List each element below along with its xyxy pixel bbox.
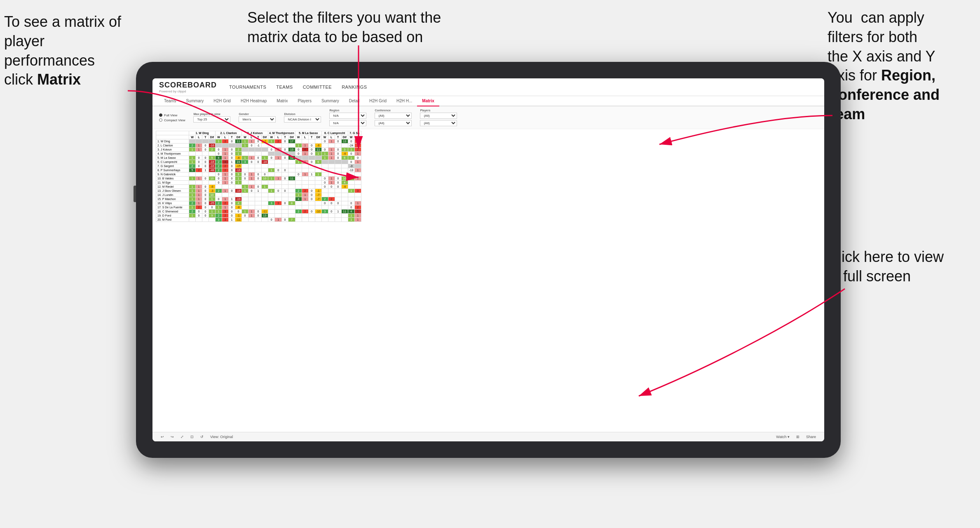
matrix-cell: 1 bbox=[222, 189, 229, 193]
region-select[interactable]: N/A bbox=[329, 113, 366, 119]
matrix-cell: -16 bbox=[209, 160, 216, 164]
matrix-cell bbox=[268, 214, 275, 218]
matrix-cell: 2 bbox=[216, 164, 222, 168]
matrix-cell bbox=[268, 210, 275, 214]
sh-4-l: L bbox=[275, 135, 281, 139]
conference-select2[interactable]: (All) bbox=[375, 120, 412, 126]
matrix-cell: 2 bbox=[302, 210, 308, 214]
max-players-select[interactable]: Top 25 bbox=[193, 116, 230, 123]
matrix-cell: 0 bbox=[202, 205, 209, 210]
full-view-option[interactable]: Full View bbox=[159, 113, 185, 117]
sub-nav-matrix-active[interactable]: Matrix bbox=[417, 96, 439, 106]
matrix-cell bbox=[242, 168, 249, 172]
matrix-cell: 13 bbox=[341, 139, 348, 144]
matrix-cell bbox=[281, 197, 288, 201]
matrix-cell: 0 bbox=[229, 201, 235, 205]
matrix-cell bbox=[295, 164, 302, 168]
view-original[interactable]: View: Original bbox=[209, 434, 234, 440]
players-select2[interactable]: (All) bbox=[420, 120, 457, 126]
toolbar-btn-5[interactable]: ↺ bbox=[199, 434, 205, 440]
matrix-cell bbox=[209, 181, 216, 185]
sub-nav-summary[interactable]: Summary bbox=[181, 96, 209, 106]
matrix-cell bbox=[302, 185, 308, 189]
matrix-cell: 1 bbox=[196, 177, 202, 181]
matrix-cell: 0 bbox=[242, 172, 249, 177]
sh-3-d: Dif bbox=[262, 135, 268, 139]
matrix-cell bbox=[268, 185, 275, 189]
matrix-cell bbox=[354, 164, 361, 168]
matrix-cell: 1 bbox=[268, 139, 275, 144]
matrix-cell: 1 bbox=[189, 156, 196, 160]
watch-label: Watch ▾ bbox=[776, 435, 790, 439]
app-logo-sub: Powered by clippd bbox=[159, 90, 217, 93]
gender-select[interactable]: Men's bbox=[239, 116, 276, 123]
sub-nav-matrix[interactable]: Matrix bbox=[272, 96, 293, 106]
matrix-cell bbox=[341, 218, 348, 222]
matrix-cell: 1 bbox=[189, 189, 196, 193]
matrix-cell: 0 bbox=[308, 148, 315, 152]
region-select2[interactable]: N/A bbox=[329, 120, 366, 126]
toolbar-btn-3[interactable]: ⤢ bbox=[179, 434, 185, 440]
matrix-cell: 2 bbox=[189, 201, 196, 205]
matrix-cell: 0 bbox=[229, 156, 235, 160]
layout-button[interactable]: ⊞ bbox=[795, 434, 801, 440]
sub-nav-h2h-heatmap[interactable]: H2H Heatmap bbox=[236, 96, 272, 106]
nav-committee[interactable]: COMMITTEE bbox=[303, 85, 332, 90]
matrix-cell bbox=[341, 214, 348, 218]
sub-nav-detail[interactable]: Detail bbox=[344, 96, 365, 106]
matrix-area[interactable]: 1. W Ding 2. L Clanton 3. J Koivun 4. M … bbox=[152, 129, 824, 432]
matrix-cell: 0 bbox=[335, 185, 341, 189]
matrix-cell bbox=[341, 193, 348, 197]
conference-select[interactable]: (All) bbox=[375, 113, 412, 119]
players-select[interactable]: (All) bbox=[420, 113, 457, 119]
nav-rankings[interactable]: RANKINGS bbox=[342, 85, 367, 90]
division-select[interactable]: NCAA Division I bbox=[284, 116, 321, 123]
max-players-label: Max players in view bbox=[193, 113, 230, 116]
sub-nav-players[interactable]: Players bbox=[293, 96, 317, 106]
sh-3-t: T bbox=[255, 135, 262, 139]
view-options: Full View Compact View bbox=[159, 113, 185, 122]
sub-nav-h2h-grid2[interactable]: H2H Grid bbox=[364, 96, 392, 106]
sub-nav-h2h-grid[interactable]: H2H Grid bbox=[209, 96, 236, 106]
toolbar-btn-4[interactable]: ⊡ bbox=[189, 434, 195, 440]
matrix-cell: -6 bbox=[209, 185, 216, 189]
matrix-cell: 6 bbox=[315, 160, 321, 164]
matrix-cell: 0 bbox=[249, 160, 255, 164]
player-name-cell: 5. M La Sasso bbox=[156, 156, 189, 160]
share-button[interactable]: Share bbox=[804, 434, 818, 440]
redo-button[interactable]: ↪ bbox=[169, 434, 176, 440]
watch-button[interactable]: Watch ▾ bbox=[774, 434, 791, 440]
matrix-cell: 0 bbox=[196, 160, 202, 164]
matrix-cell bbox=[268, 205, 275, 210]
matrix-cell bbox=[341, 164, 348, 168]
matrix-cell: 4 bbox=[235, 201, 242, 205]
matrix-cell bbox=[295, 201, 302, 205]
sub-nav-summary2[interactable]: Summary bbox=[317, 96, 344, 106]
compact-view-radio[interactable] bbox=[159, 118, 162, 122]
matrix-cell bbox=[196, 152, 202, 156]
matrix-cell: 2 bbox=[196, 205, 202, 210]
full-view-radio[interactable] bbox=[159, 113, 162, 117]
matrix-cell: 0 bbox=[255, 210, 262, 214]
matrix-cell bbox=[328, 164, 335, 168]
matrix-cell bbox=[321, 218, 328, 222]
matrix-cell: 0 bbox=[235, 210, 242, 214]
table-row: 12. M Riedel110-61101000-6 bbox=[156, 185, 361, 189]
undo-button[interactable]: ↩ bbox=[159, 434, 166, 440]
matrix-cell bbox=[268, 193, 275, 197]
matrix-cell: 0 bbox=[216, 177, 222, 181]
player-name-cell: 12. M Riedel bbox=[156, 185, 189, 189]
compact-view-option[interactable]: Compact View bbox=[159, 118, 185, 122]
matrix-cell: 3 bbox=[222, 210, 229, 214]
nav-teams[interactable]: TEAMS bbox=[276, 85, 293, 90]
sub-nav-h2h-h[interactable]: H2H H... bbox=[392, 96, 417, 106]
matrix-cell bbox=[328, 193, 335, 197]
table-row: 1. W Ding12011110-2120170101302 bbox=[156, 139, 361, 144]
matrix-cell bbox=[249, 205, 255, 210]
player-name-cell: 1. W Ding bbox=[156, 139, 189, 144]
matrix-cell: 0 bbox=[229, 148, 235, 152]
matrix-cell: -19 bbox=[235, 189, 242, 193]
nav-tournaments[interactable]: TOURNAMENTS bbox=[229, 85, 266, 90]
matrix-cell: 1 bbox=[249, 172, 255, 177]
sub-nav-teams[interactable]: Teams bbox=[159, 96, 181, 106]
